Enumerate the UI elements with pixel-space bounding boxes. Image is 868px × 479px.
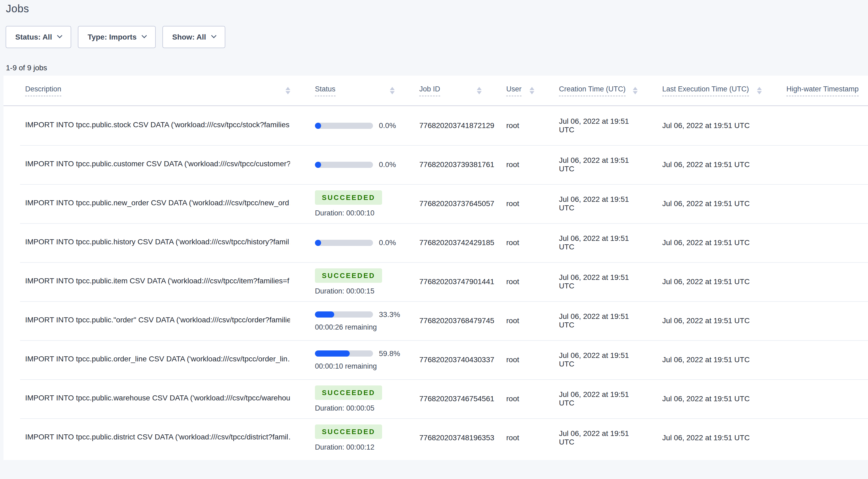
table-row[interactable]: IMPORT INTO tpcc.public.new_order CSV DA… <box>3 184 868 223</box>
sort-icon[interactable] <box>390 87 395 94</box>
job-description-link[interactable]: IMPORT INTO tpcc.public.item CSV DATA ('… <box>25 277 290 285</box>
description-cell: IMPORT INTO tpcc.public.warehouse CSV DA… <box>3 394 296 404</box>
progress-bar <box>315 350 373 356</box>
job-progress: 0.0% <box>315 160 401 169</box>
table-row[interactable]: IMPORT INTO tpcc.public.customer CSV DAT… <box>3 145 868 184</box>
status-filter-label: Status: All <box>15 33 52 41</box>
creation-time-cell: Jul 06, 2022 at 19:51 UTC <box>540 429 644 446</box>
user-cell: root <box>488 199 540 208</box>
description-cell: IMPORT INTO tpcc.public.item CSV DATA ('… <box>3 277 296 287</box>
time-remaining: 00:00:26 remaining <box>315 323 401 332</box>
job-progress: 0.0% <box>315 122 401 130</box>
job-status-succeeded: SUCCEEDED Duration: 00:00:10 <box>315 190 401 217</box>
job-description-link[interactable]: IMPORT INTO tpcc.public.order_line CSV D… <box>25 355 290 363</box>
progress-bar <box>315 240 373 246</box>
sort-icon[interactable] <box>477 87 482 94</box>
progress-percent: 0.0% <box>379 238 396 247</box>
status-cell: SUCCEEDED Duration: 00:00:05 <box>296 385 401 412</box>
show-filter-label: Show: All <box>172 33 206 41</box>
table-row[interactable]: IMPORT INTO tpcc.public.item CSV DATA ('… <box>3 262 868 301</box>
user-cell: root <box>488 434 540 442</box>
description-cell: IMPORT INTO tpcc.public.stock CSV DATA (… <box>3 121 296 131</box>
time-remaining: 00:00:10 remaining <box>315 362 401 371</box>
chevron-down-icon <box>211 33 216 38</box>
user-cell: root <box>488 316 540 325</box>
jobs-count: 1-9 of 9 jobs <box>6 64 47 72</box>
job-status-succeeded: SUCCEEDED Duration: 00:00:05 <box>315 385 401 412</box>
last-execution-time-cell: Jul 06, 2022 at 19:51 UTC <box>644 316 768 325</box>
job-id-cell: 776820203739381761 <box>401 160 488 169</box>
progress-bar-fill <box>315 311 334 317</box>
user-cell: root <box>488 238 540 247</box>
status-cell: SUCCEEDED Duration: 00:00:12 <box>296 424 401 451</box>
creation-time-cell: Jul 06, 2022 at 19:51 UTC <box>540 390 644 407</box>
table-row[interactable]: IMPORT INTO tpcc.public.district CSV DAT… <box>3 418 868 457</box>
column-header-description[interactable]: Description <box>3 76 296 106</box>
status-filter-dropdown[interactable]: Status: All <box>6 26 71 48</box>
job-description-link[interactable]: IMPORT INTO tpcc.public.new_order CSV DA… <box>25 199 290 207</box>
description-cell: IMPORT INTO tpcc.public.district CSV DAT… <box>3 433 296 443</box>
last-execution-time-cell: Jul 06, 2022 at 19:51 UTC <box>644 355 768 364</box>
status-badge: SUCCEEDED <box>315 385 382 400</box>
user-cell: root <box>488 277 540 286</box>
status-badge: SUCCEEDED <box>315 268 382 283</box>
progress-bar <box>315 311 373 317</box>
creation-time-cell: Jul 06, 2022 at 19:51 UTC <box>540 273 644 290</box>
description-cell: IMPORT INTO tpcc.public.history CSV DATA… <box>3 238 296 248</box>
column-header-status[interactable]: Status <box>296 76 401 106</box>
job-description-link[interactable]: IMPORT INTO tpcc.public.district CSV DAT… <box>25 433 290 441</box>
last-execution-time-cell: Jul 06, 2022 at 19:51 UTC <box>644 434 768 442</box>
type-filter-dropdown[interactable]: Type: Imports <box>78 26 156 48</box>
sort-icon[interactable] <box>285 87 290 94</box>
sort-icon[interactable] <box>529 87 534 94</box>
table-row[interactable]: IMPORT INTO tpcc.public.history CSV DATA… <box>3 223 868 262</box>
status-badge: SUCCEEDED <box>315 190 382 205</box>
progress-percent: 33.3% <box>379 310 400 319</box>
table-row[interactable]: IMPORT INTO tpcc.public.stock CSV DATA (… <box>3 106 868 145</box>
job-progress: 33.3% 00:00:26 remaining <box>315 310 401 332</box>
description-cell: IMPORT INTO tpcc.public.new_order CSV DA… <box>3 199 296 209</box>
table-row[interactable]: IMPORT INTO tpcc.public.order_line CSV D… <box>3 340 868 379</box>
duration-label: Duration: 00:00:12 <box>315 443 401 451</box>
last-execution-time-cell: Jul 06, 2022 at 19:51 UTC <box>644 122 768 130</box>
duration-label: Duration: 00:00:15 <box>315 287 401 295</box>
job-id-cell: 776820203741872129 <box>401 122 488 130</box>
filter-bar: Status: All Type: Imports Show: All <box>6 26 225 48</box>
column-header-user[interactable]: User <box>488 76 540 106</box>
job-status-succeeded: SUCCEEDED Duration: 00:00:12 <box>315 424 401 451</box>
job-id-cell: 776820203748196353 <box>401 434 488 442</box>
chevron-down-icon <box>57 33 63 38</box>
progress-percent: 0.0% <box>379 122 396 130</box>
table-row[interactable]: IMPORT INTO tpcc.public."order" CSV DATA… <box>3 301 868 340</box>
description-cell: IMPORT INTO tpcc.public.customer CSV DAT… <box>3 160 296 170</box>
column-header-high-water-timestamp[interactable]: High-water Timestamp <box>768 76 868 106</box>
column-header-creation-time[interactable]: Creation Time (UTC) <box>540 76 644 106</box>
status-cell: SUCCEEDED Duration: 00:00:15 <box>296 268 401 295</box>
job-description-link[interactable]: IMPORT INTO tpcc.public.history CSV DATA… <box>25 238 290 246</box>
table-header-row: Description Status Job ID User Creation … <box>3 76 868 106</box>
last-execution-time-cell: Jul 06, 2022 at 19:51 UTC <box>644 199 768 208</box>
sort-icon[interactable] <box>633 87 638 94</box>
sort-icon[interactable] <box>757 87 762 94</box>
job-id-cell: 776820203740430337 <box>401 355 488 364</box>
column-header-job-id[interactable]: Job ID <box>401 76 488 106</box>
last-execution-time-cell: Jul 06, 2022 at 19:51 UTC <box>644 238 768 247</box>
creation-time-cell: Jul 06, 2022 at 19:51 UTC <box>540 351 644 368</box>
creation-time-cell: Jul 06, 2022 at 19:51 UTC <box>540 117 644 134</box>
table-row[interactable]: IMPORT INTO tpcc.public.warehouse CSV DA… <box>3 379 868 418</box>
job-description-link[interactable]: IMPORT INTO tpcc.public.customer CSV DAT… <box>25 160 290 168</box>
status-cell: SUCCEEDED Duration: 00:00:10 <box>296 190 401 217</box>
type-filter-label: Type: Imports <box>88 33 136 41</box>
progress-bar-fill <box>315 162 321 168</box>
user-cell: root <box>488 122 540 130</box>
status-cell: 0.0% <box>296 160 401 169</box>
column-header-last-execution-time[interactable]: Last Execution Time (UTC) <box>644 76 768 106</box>
job-description-link[interactable]: IMPORT INTO tpcc.public.warehouse CSV DA… <box>25 394 290 402</box>
show-filter-dropdown[interactable]: Show: All <box>162 26 225 48</box>
job-description-link[interactable]: IMPORT INTO tpcc.public."order" CSV DATA… <box>25 316 290 324</box>
last-execution-time-cell: Jul 06, 2022 at 19:51 UTC <box>644 277 768 286</box>
description-cell: IMPORT INTO tpcc.public.order_line CSV D… <box>3 355 296 365</box>
creation-time-cell: Jul 06, 2022 at 19:51 UTC <box>540 312 644 329</box>
job-description-link[interactable]: IMPORT INTO tpcc.public.stock CSV DATA (… <box>25 121 290 129</box>
job-progress: 59.8% 00:00:10 remaining <box>315 349 401 371</box>
